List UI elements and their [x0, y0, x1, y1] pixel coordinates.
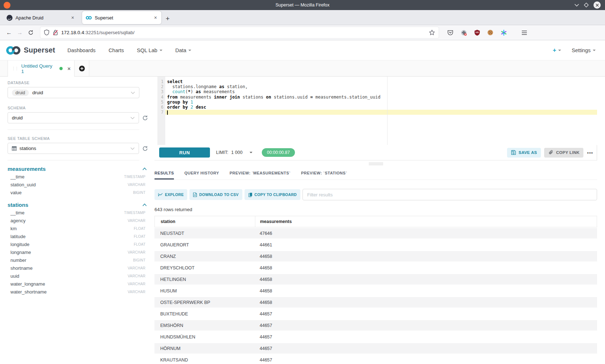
- url-text[interactable]: 172.18.0.4:32251/superset/sqllab/: [61, 30, 134, 35]
- table-row[interactable]: BUXTEHUDE44657: [154, 309, 597, 319]
- column-header-measurements[interactable]: measurements: [255, 216, 597, 227]
- collapse-icon[interactable]: [142, 203, 147, 206]
- code-line[interactable]: stations.longname as station,: [165, 84, 597, 89]
- chart-icon: [158, 193, 163, 197]
- menu-icon[interactable]: [521, 30, 527, 35]
- nav-dashboards[interactable]: Dashboards: [67, 47, 95, 53]
- query-tab-active[interactable]: ⋮⋮ Untitled Query 1 ×: [8, 60, 75, 77]
- schema-table-header[interactable]: measurements: [8, 165, 148, 173]
- editor-code[interactable]: select stations.longname as station, cou…: [165, 77, 597, 145]
- schema-select[interactable]: druid: [8, 112, 139, 123]
- results-tabs: RESULTSQUERY HISTORYPREVIEW: `MEASUREMEN…: [154, 167, 597, 180]
- schema-table-name: measurements: [8, 166, 46, 172]
- new-item-button[interactable]: +: [553, 47, 561, 54]
- cell-measurements: 44657: [255, 335, 597, 340]
- column-row: water_longnameVARCHAR: [8, 280, 148, 288]
- schema-table-header[interactable]: stations: [8, 201, 148, 209]
- code-line[interactable]: group by 1: [165, 100, 597, 105]
- sqllab-sidebar: DATABASE druid druid SCHEMA druid SEE TA…: [8, 77, 148, 296]
- limit-value[interactable]: 1 000: [231, 150, 242, 155]
- cell-station: BUXTEHUDE: [154, 311, 255, 317]
- window-close-icon[interactable]: [593, 1, 601, 9]
- lock-insecure-icon[interactable]: [53, 29, 58, 36]
- multi-account-icon[interactable]: [501, 29, 507, 36]
- table-row[interactable]: HETLINGEN44658: [154, 274, 597, 285]
- nav-sql-lab[interactable]: SQL Lab: [137, 47, 162, 53]
- column-type: VARCHAR: [127, 274, 145, 278]
- reload-button[interactable]: [25, 30, 36, 35]
- superset-logo[interactable]: Superset: [6, 46, 55, 55]
- column-name: station_uuid: [10, 182, 36, 187]
- table-row[interactable]: HÖRNUM44657: [154, 343, 597, 354]
- column-header-station[interactable]: station: [155, 216, 255, 227]
- results-table-header[interactable]: station measurements: [154, 216, 597, 227]
- column-row: uuidVARCHAR: [8, 272, 148, 280]
- window-title: Superset — Mozilla Firefox: [0, 3, 605, 8]
- browser-tab-druid[interactable]: Apache Druid ×: [3, 11, 79, 24]
- tab-close-icon[interactable]: ×: [153, 15, 158, 21]
- back-button[interactable]: ←: [4, 29, 14, 36]
- pocket-icon[interactable]: [447, 29, 453, 36]
- cookie-icon[interactable]: [487, 29, 493, 36]
- table-row[interactable]: EMSHÖRN44657: [154, 320, 597, 331]
- url-bar[interactable]: 172.18.0.4:32251/superset/sqllab/: [40, 27, 439, 38]
- results-tab-preview-3[interactable]: PREVIEW: `STATIONS`: [301, 167, 347, 179]
- tab-close-icon[interactable]: ×: [71, 15, 75, 21]
- limit-dropdown-icon[interactable]: [250, 152, 252, 153]
- refresh-tables-icon[interactable]: [142, 146, 148, 151]
- sql-editor[interactable]: 1234567 select stations.longname as stat…: [157, 77, 597, 145]
- results-tab-results[interactable]: RESULTS: [154, 167, 174, 179]
- line-number: 4: [157, 95, 163, 100]
- code-line[interactable]: count(*) as measurements: [165, 89, 597, 94]
- results-tab-query-history[interactable]: QUERY HISTORY: [184, 167, 219, 179]
- results-table-body: NEUSTADT47646GRAUERORT44661CRANZ44658DRE…: [154, 228, 597, 364]
- add-query-tab-button[interactable]: [75, 60, 89, 76]
- column-row: longnameVARCHAR: [8, 248, 148, 256]
- copy-clipboard-button[interactable]: COPY TO CLIPBOARD: [245, 189, 300, 200]
- shield-icon[interactable]: [44, 29, 49, 36]
- table-row[interactable]: OSTE-SPERRWERK BP44658: [154, 297, 597, 308]
- table-row[interactable]: CRANZ44658: [154, 251, 597, 261]
- results-tab-preview-2[interactable]: PREVIEW: `MEASUREMENTS`: [229, 167, 291, 179]
- code-line[interactable]: select: [165, 79, 597, 84]
- table-row[interactable]: HUSUM44658: [154, 286, 597, 296]
- extension-blocked-icon[interactable]: [461, 29, 467, 36]
- window-maximize-icon[interactable]: [584, 3, 589, 8]
- run-button[interactable]: RUN: [159, 147, 210, 158]
- query-tab-close-icon[interactable]: ×: [67, 65, 71, 72]
- bookmark-star-icon[interactable]: [429, 29, 435, 36]
- table-row[interactable]: HUNDSMÜHLEN44657: [154, 332, 597, 342]
- download-csv-button[interactable]: DOWNLOAD TO CSV: [189, 189, 242, 200]
- table-row[interactable]: GRAUERORT44661: [154, 240, 597, 250]
- explore-button[interactable]: EXPLORE: [154, 189, 187, 200]
- refresh-schemas-icon[interactable]: [142, 115, 148, 121]
- code-line[interactable]: from measurements inner join stations on…: [165, 95, 597, 100]
- code-line[interactable]: order by 2 desc: [165, 105, 597, 110]
- nav-data[interactable]: Data: [175, 47, 192, 53]
- more-actions-button[interactable]: •••: [587, 150, 593, 155]
- code-line[interactable]: [165, 110, 597, 115]
- table-select[interactable]: stations: [8, 143, 139, 154]
- forward-button[interactable]: →: [14, 29, 25, 36]
- nav-charts[interactable]: Charts: [108, 47, 124, 53]
- save-as-button[interactable]: SAVE AS: [507, 148, 541, 158]
- browser-tab-superset[interactable]: Superset ×: [82, 11, 161, 24]
- settings-menu[interactable]: Settings: [572, 47, 596, 53]
- copy-link-label: COPY LINK: [556, 150, 579, 155]
- table-row[interactable]: NEUSTADT47646: [154, 228, 597, 238]
- text-cursor: [167, 110, 168, 115]
- resize-handle[interactable]: [154, 160, 597, 167]
- new-tab-button[interactable]: +: [166, 15, 170, 22]
- line-number: 2: [157, 84, 163, 89]
- drag-handle-icon[interactable]: ⋮⋮: [12, 67, 18, 70]
- copy-link-button[interactable]: COPY LINK: [544, 148, 583, 158]
- collapse-icon[interactable]: [142, 167, 147, 170]
- window-minimize-icon[interactable]: [574, 4, 579, 6]
- ublock-icon[interactable]: UO: [474, 29, 480, 36]
- filter-results-input[interactable]: [302, 189, 597, 200]
- table-row[interactable]: KRAUTSAND44657: [154, 355, 597, 364]
- database-select[interactable]: druid druid: [8, 87, 139, 98]
- chevron-down-icon: [130, 147, 135, 150]
- table-row[interactable]: DREYSCHLOOT44658: [154, 263, 597, 273]
- column-name: longitude: [10, 242, 30, 247]
